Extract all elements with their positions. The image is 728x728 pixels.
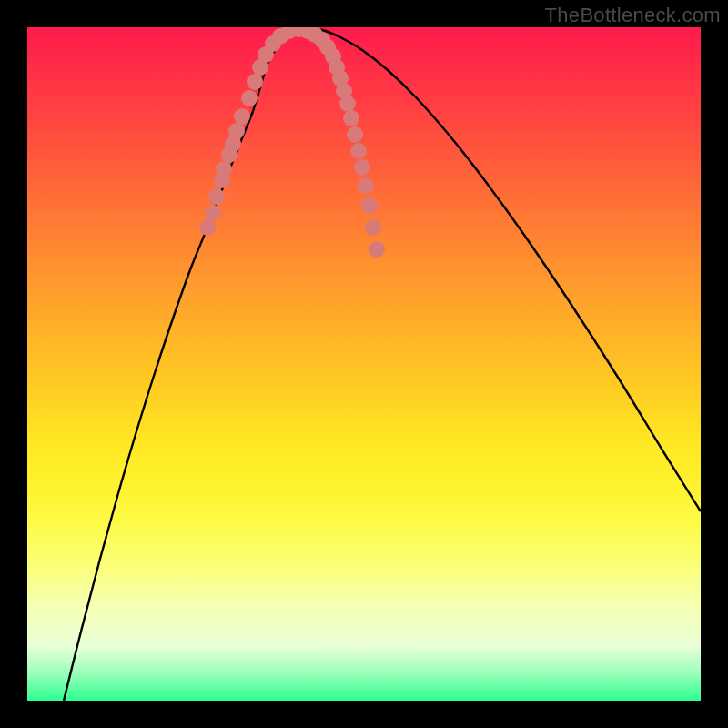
dot-cluster [199, 27, 385, 258]
cluster-dot [247, 74, 263, 90]
cluster-dot [350, 143, 367, 159]
cluster-dot [354, 159, 370, 176]
cluster-dot [369, 241, 385, 258]
cluster-dot [361, 197, 378, 214]
cluster-dot [199, 219, 216, 236]
cluster-dot [343, 110, 359, 126]
curve-overlay [27, 27, 701, 701]
cluster-dot [228, 123, 245, 139]
cluster-dot [241, 90, 258, 106]
cluster-dot [358, 177, 374, 194]
cluster-dot [365, 219, 381, 236]
plot-area [27, 27, 701, 701]
cluster-dot [216, 161, 232, 177]
cluster-dot [339, 96, 356, 112]
bottleneck-curve [64, 29, 701, 701]
cluster-dot [347, 126, 363, 143]
chart-frame: TheBottleneck.com [0, 0, 728, 728]
watermark-text: TheBottleneck.com [545, 4, 721, 27]
cluster-dot [208, 188, 225, 205]
cluster-dot [234, 108, 250, 125]
cluster-dot [205, 205, 221, 221]
